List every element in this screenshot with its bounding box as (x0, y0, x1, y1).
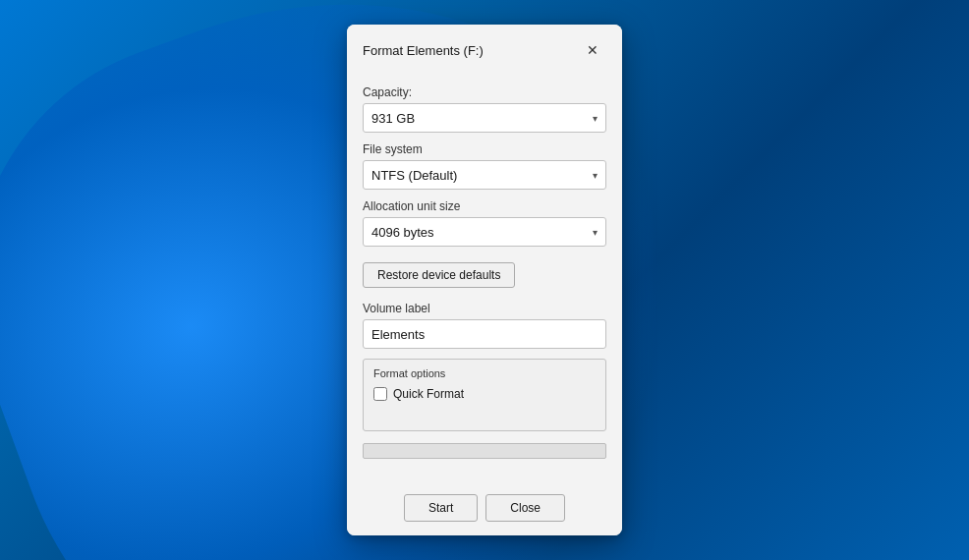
dialog-content: Capacity: 931 GB ▾ File system NTFS (Def… (347, 72, 622, 482)
capacity-label: Capacity: (363, 85, 606, 99)
allocation-unit-value: 4096 bytes (371, 225, 434, 240)
quick-format-checkbox[interactable] (373, 387, 387, 401)
dialog-footer: Start Close (347, 482, 622, 535)
close-button[interactable]: ✕ (579, 36, 606, 64)
dialog-title: Format Elements (F:) (363, 43, 484, 58)
capacity-value: 931 GB (371, 111, 415, 126)
file-system-dropdown[interactable]: NTFS (Default) ▾ (363, 160, 606, 190)
allocation-unit-dropdown[interactable]: 4096 bytes ▾ (363, 217, 606, 247)
progress-bar-container (363, 443, 606, 459)
format-options-legend: Format options (373, 367, 596, 379)
quick-format-label[interactable]: Quick Format (393, 387, 464, 401)
capacity-dropdown[interactable]: 931 GB ▾ (363, 103, 606, 133)
allocation-unit-dropdown-arrow: ▾ (593, 227, 598, 238)
file-system-label: File system (363, 142, 606, 156)
quick-format-row: Quick Format (373, 387, 596, 401)
close-dialog-button[interactable]: Close (485, 494, 565, 522)
allocation-unit-label: Allocation unit size (363, 199, 606, 213)
file-system-dropdown-arrow: ▾ (593, 170, 598, 181)
volume-label-input[interactable] (363, 319, 606, 349)
capacity-dropdown-arrow: ▾ (593, 113, 598, 124)
file-system-value: NTFS (Default) (371, 168, 457, 183)
title-bar: Format Elements (F:) ✕ (347, 25, 622, 72)
format-options-box: Format options Quick Format (363, 359, 606, 431)
restore-defaults-button[interactable]: Restore device defaults (363, 262, 515, 288)
volume-label-label: Volume label (363, 302, 606, 315)
format-dialog: Format Elements (F:) ✕ Capacity: 931 GB … (347, 25, 622, 535)
dialog-overlay: Format Elements (F:) ✕ Capacity: 931 GB … (0, 0, 969, 560)
start-button[interactable]: Start (404, 494, 478, 522)
